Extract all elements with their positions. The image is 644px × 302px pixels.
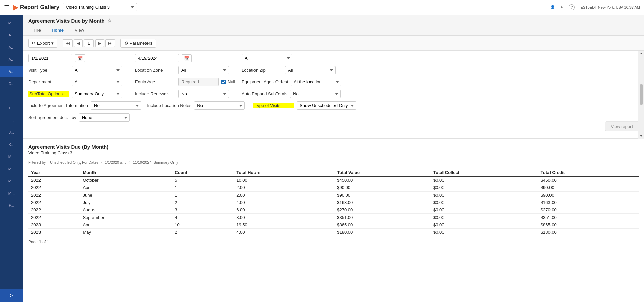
tab-file[interactable]: File (28, 26, 46, 35)
col-header-month: Month (80, 169, 172, 177)
next-page-button[interactable]: ▶ (95, 39, 104, 47)
table-cell: 4.00 (234, 229, 334, 236)
sidebar-item-a3[interactable]: A... (0, 54, 23, 65)
param-row-4: Include Agreement Information No Include… (28, 101, 639, 110)
sidebar-item-m1[interactable]: M... (0, 18, 23, 28)
view-report-button[interactable]: View report (605, 122, 639, 131)
date3-select[interactable]: All (242, 54, 292, 62)
logo-text: Report Gallery (20, 4, 59, 11)
topbar-right: 👤 ⬇ ? EST5EDT-New York, USA 10:37 AM (550, 4, 640, 10)
table-cell: 2.00 (234, 184, 334, 192)
prev-page-button[interactable]: ◀ (74, 39, 83, 47)
param-row-dates: 📅 📅 All (28, 54, 639, 62)
last-page-button[interactable]: ⏭ (105, 39, 115, 47)
tab-view[interactable]: View (69, 26, 89, 35)
export-button[interactable]: ↦ Export ▾ (28, 39, 57, 48)
table-cell: $0.00 (431, 221, 538, 229)
sidebar-item-p[interactable]: P... (0, 200, 23, 211)
equip-age-oldest-label: Equipment Age - Oldest (242, 79, 288, 84)
null-label: Null (227, 79, 235, 84)
parameters-button[interactable]: ⚙ Parameters (120, 39, 156, 48)
sidebar-item-a2[interactable]: A... (0, 42, 23, 53)
null-checkbox-group: Null (221, 79, 235, 84)
download-icon[interactable]: ⬇ (560, 5, 563, 9)
date2-calendar-icon[interactable]: 📅 (182, 54, 192, 62)
page-number: 1 (84, 39, 94, 47)
tab-home[interactable]: Home (46, 26, 69, 35)
table-cell: June (80, 192, 172, 199)
help-icon[interactable]: ? (569, 4, 575, 10)
location-zone-select[interactable]: All (178, 66, 229, 74)
table-cell: $0.00 (431, 214, 538, 221)
table-row: 2022June12.00$90.00$0.00$90.00 (28, 192, 639, 199)
param-group-date2: 📅 (135, 54, 236, 62)
first-page-button[interactable]: ⏮ (63, 39, 73, 47)
table-cell: May (80, 229, 172, 236)
sidebar-item-c[interactable]: C... (0, 78, 23, 89)
table-row: 2022April12.00$90.00$0.00$90.00 (28, 184, 639, 192)
col-header-total-hours: Total Hours (234, 169, 334, 177)
table-row: 2022August36.00$270.00$0.00$270.00 (28, 206, 639, 214)
table-cell: $0.00 (431, 229, 538, 236)
sidebar-expand-button[interactable]: > (0, 289, 23, 302)
user-icon[interactable]: 👤 (550, 5, 555, 9)
sidebar-item-m4[interactable]: M... (0, 176, 23, 186)
table-cell: 2.00 (234, 192, 334, 199)
sidebar-item-f[interactable]: F... (0, 103, 23, 114)
col-header-year: Year (28, 169, 80, 177)
favorite-star-icon[interactable]: ☆ (107, 18, 112, 24)
auto-expand-label: Auto Expand SubTotals (242, 91, 287, 96)
include-location-notes-select[interactable]: No (194, 101, 245, 110)
department-select[interactable]: All (72, 78, 122, 86)
logo-arrow-icon: ▶ (13, 3, 18, 11)
sidebar-item-a4[interactable]: A... (0, 66, 23, 77)
sidebar-item-m3[interactable]: M... (0, 163, 23, 174)
start-date-input[interactable] (28, 54, 72, 62)
sidebar: M... A... A... A... A... C... E... F... … (0, 15, 23, 302)
date-calendar-icon[interactable]: 📅 (75, 54, 85, 62)
report-title-row: Agreement Visits Due by Month ☆ (28, 18, 639, 26)
param-group-date3: All (242, 54, 343, 62)
include-agreement-select[interactable]: No (91, 101, 141, 110)
scroll-down-arrow[interactable]: ▼ (640, 134, 643, 138)
equip-age-oldest-select[interactable]: At the location (291, 78, 341, 86)
table-cell: $450.00 (538, 177, 639, 184)
table-body: 2022October510.00$450.00$0.00$450.002022… (28, 177, 639, 236)
table-cell: $270.00 (538, 206, 639, 214)
equip-age-input[interactable] (178, 78, 219, 86)
params-scrollbar: ▲ ▼ (638, 51, 644, 139)
timezone-info: EST5EDT-New York, USA 10:37 AM (580, 5, 640, 9)
table-cell: 10 (172, 221, 234, 229)
topbar-left: ☰ ▶ Report Gallery Video Training Class … (4, 3, 137, 11)
table-cell: $90.00 (538, 192, 639, 199)
param-group-auto-expand: Auto Expand SubTotals No (242, 90, 343, 98)
sidebar-item-k[interactable]: K... (0, 139, 23, 150)
null-checkbox[interactable] (221, 80, 226, 84)
param-group-type-of-visits: Type of Visits Show Unscheduled Only (253, 101, 356, 110)
end-date-input[interactable] (135, 54, 179, 62)
table-cell: 2 (172, 229, 234, 236)
subtotal-options-select[interactable]: Summary Only (72, 90, 122, 98)
page-info: Page 1 of 1 (28, 240, 639, 244)
location-zip-select[interactable]: All (285, 66, 336, 74)
sidebar-item-m5[interactable]: M... (0, 188, 23, 199)
sidebar-item-j[interactable]: J... (0, 127, 23, 138)
location-zip-label: Location Zip (242, 68, 282, 73)
export-label: Export (37, 41, 50, 46)
sidebar-item-m2[interactable]: M... (0, 151, 23, 162)
training-class-dropdown[interactable]: Video Training Class 3 (63, 3, 137, 11)
export-chevron-icon: ▾ (51, 41, 54, 46)
sidebar-item-i[interactable]: I... (0, 115, 23, 126)
data-table: Year Month Count Total Hours Total Value… (28, 169, 639, 236)
auto-expand-select[interactable]: No (290, 90, 341, 98)
hamburger-menu[interactable]: ☰ (4, 4, 9, 11)
sidebar-item-a1[interactable]: A... (0, 30, 23, 41)
report-title-text: Agreement Visits Due by Month (28, 18, 105, 24)
visit-type-select[interactable]: All (72, 66, 122, 74)
type-of-visits-select[interactable]: Show Unscheduled Only (297, 101, 356, 110)
sort-agreement-select[interactable]: None (79, 113, 130, 122)
scroll-up-arrow[interactable]: ▲ (640, 51, 643, 55)
table-cell: September (80, 214, 172, 221)
sidebar-item-e[interactable]: E... (0, 91, 23, 101)
include-renewals-select[interactable]: No (178, 90, 229, 98)
